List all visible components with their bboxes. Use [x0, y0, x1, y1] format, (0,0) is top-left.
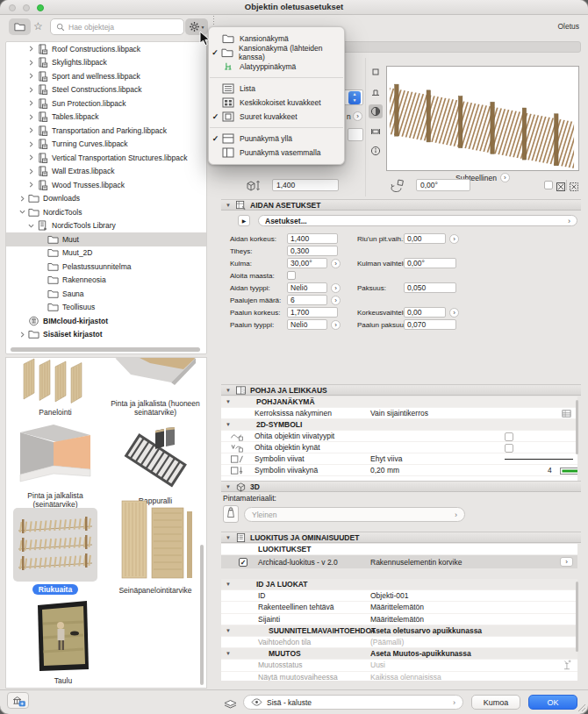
plan-row-ohita-objektin-viivatyypit[interactable]: Ohita objektin viivatyypit	[221, 431, 577, 442]
plan-row-checkbox[interactable]	[505, 432, 513, 441]
id-row-id[interactable]: IDObjekti-001	[221, 590, 577, 602]
param-stepper-icon[interactable]: ›	[331, 296, 341, 305]
chevron-down-icon[interactable]	[27, 223, 35, 229]
library-manager-button[interactable]	[7, 692, 29, 709]
thumbnail-sein-panelointitarvike[interactable]	[113, 497, 197, 582]
param-field-korkeusvaihtelu[interactable]: 0,00	[404, 307, 446, 318]
tree-item-pelastussuunnitelma[interactable]: Pelastussuunnitelma	[6, 260, 206, 274]
triangle-down-icon[interactable]: ▼	[225, 399, 232, 404]
param-field-riu-un-pit-vaih[interactable]: 0,00	[404, 233, 446, 244]
tree-item-teollisuus[interactable]: Teollisuus	[6, 301, 206, 315]
tree-item-turning-curves-libpack[interactable]: Turning Curves.libpack	[6, 138, 206, 152]
chevron-right-icon[interactable]	[27, 141, 35, 147]
chevron-right-icon[interactable]	[27, 73, 35, 79]
param-field-aidan-tyyppi[interactable]: Neliö	[287, 282, 327, 293]
tree-item-bimcloud-kirjastot[interactable]: BIMcloud-kirjastot	[6, 314, 206, 328]
layer-select[interactable]: Sisä - kaluste ›	[243, 695, 463, 710]
chevron-right-icon[interactable]	[18, 332, 26, 338]
chevron-right-icon[interactable]	[27, 154, 35, 161]
section-header-3d[interactable]: ▼ 3D	[221, 481, 581, 492]
param-field-kulman-vaihtelu[interactable]: 0,00°	[404, 258, 456, 268]
window-resize-grip[interactable]	[577, 703, 586, 712]
tree-item-nordictools[interactable]: NordicTools	[6, 205, 206, 219]
id-row-vaihtoehdon-tila[interactable]: Vaihtoehdon tila(Päämalli)	[221, 637, 577, 648]
tree-item-transportation-and-parking-libpack[interactable]: Transportation and Parking.libpack	[6, 124, 206, 138]
surface-material-button[interactable]	[223, 505, 239, 523]
thumbnails-scrollbar[interactable]	[200, 545, 204, 685]
thumbnail-pinta-ja-jalkalista-huoneen-sein-tarvike[interactable]	[113, 358, 197, 398]
object-height-field[interactable]: 1,400	[272, 179, 339, 191]
preview-mode-plan-view-icon[interactable]	[369, 85, 383, 99]
thumbnail-taulu[interactable]	[34, 599, 92, 673]
param-field-paalun-tyyppi[interactable]: Neliö	[287, 319, 327, 330]
thumbnail-rappuralli[interactable]	[113, 425, 197, 489]
tree-item-muut[interactable]: Muut	[6, 232, 206, 246]
id-row-rakenteellinen-teht-v[interactable]: Rakenteellinen tehtäväMäärittelemätön	[221, 602, 577, 613]
plan-row-symbolin-viivat[interactable]: Symbolin viivatEhyt viiva	[221, 453, 577, 465]
param-stepper-icon[interactable]: ›	[331, 259, 341, 268]
chevron-right-icon[interactable]	[27, 114, 35, 120]
preview-mode-section-view-icon[interactable]	[369, 125, 383, 139]
plan-row-pohjan-kym[interactable]: ▼POHJANÄKYMÄ	[221, 396, 577, 408]
search-input[interactable]: Hae objekteja	[50, 18, 184, 35]
chevron-right-icon[interactable]	[27, 87, 35, 93]
chevron-right-icon[interactable]	[27, 100, 35, 106]
ok-button[interactable]: OK	[528, 695, 577, 710]
id-row-suunnitelmavaihtoehdot[interactable]: ▼SUUNNITELMAVAIHTOEHDOTAseta oletusarvo …	[221, 625, 577, 637]
tree-item-skylights-libpack[interactable]: Skylights.libpack	[6, 56, 206, 70]
tree-item-muut-2d[interactable]: Muut_2D	[6, 246, 206, 261]
param-stepper-icon[interactable]: ›	[449, 308, 459, 318]
param-field-kulma[interactable]: 30,00°	[287, 258, 327, 268]
thumbnail-panelointi[interactable]	[13, 358, 97, 405]
preview-mode-view-3d-icon[interactable]	[369, 104, 383, 118]
param-field-tiheys[interactable]: 0,300	[287, 246, 338, 256]
plan-row-checkbox[interactable]	[505, 444, 513, 453]
window-close-button[interactable]	[9, 4, 16, 11]
tree-item-wood-trusses-libpack[interactable]: Wood Trusses.libpack	[6, 178, 206, 192]
stepper-control[interactable]: ▲▼	[348, 91, 361, 104]
collapse-triangle-icon[interactable]: ▼	[225, 203, 232, 208]
thumbnail-pinta-ja-jalkalista-sein-tarvike[interactable]	[13, 420, 97, 489]
plan-table-scrollbar[interactable]	[576, 400, 578, 454]
param-stepper-icon[interactable]: ›	[449, 234, 459, 244]
mirror-state-icon[interactable]	[556, 180, 566, 190]
menu-item-alatyyppin-kym[interactable]: Alatyyppinäkymä	[209, 60, 344, 74]
panel-splitter-handle[interactable]	[212, 15, 215, 25]
rotation-angle-field[interactable]: 0,00°	[416, 179, 470, 191]
chevron-right-icon[interactable]	[27, 46, 35, 52]
favorites-star-icon[interactable]: ☆	[33, 20, 43, 32]
tree-item-steel-constructions-libpack[interactable]: Steel Constructions.libpack	[6, 83, 206, 97]
classification-detail-button[interactable]: ›	[560, 557, 573, 567]
menu-item-puun-kym-vasemmalla[interactable]: Puunäkymä vasemmalla	[209, 146, 344, 160]
chevron-right-icon[interactable]	[27, 168, 35, 175]
classification-checkbox[interactable]: ✓	[239, 558, 247, 567]
collapse-triangle-icon[interactable]: ▼	[225, 388, 232, 393]
param-field-aidan-korkeus[interactable]: 1,400	[287, 233, 338, 244]
plan-row-kerroksissa-n-kyminen[interactable]: Kerroksissa näkyminenVain sijaintikerros	[221, 408, 577, 419]
tree-item-sauna[interactable]: Sauna	[6, 287, 206, 301]
chevron-right-icon[interactable]: ›	[500, 173, 510, 182]
window-minimize-button[interactable]	[23, 4, 30, 11]
tree-item-sis-iset-kirjastot[interactable]: Sisäiset kirjastot	[6, 328, 206, 342]
param-stepper-icon[interactable]: ›	[331, 320, 341, 330]
chevron-right-icon[interactable]	[18, 196, 26, 202]
tree-item-tables-libpack[interactable]: Tables.libpack	[6, 111, 206, 125]
param-stepper-icon[interactable]: ›	[331, 283, 341, 293]
id-row-muutos[interactable]: ▼MUUTOSAseta Muutos-apuikkunassa	[221, 648, 577, 660]
window-zoom-button[interactable]	[37, 4, 44, 11]
triangle-down-icon[interactable]: ▼	[225, 628, 232, 633]
triangle-down-icon[interactable]: ▼	[225, 582, 232, 587]
chevron-right-icon[interactable]: ›	[353, 111, 362, 121]
chevron-right-icon[interactable]	[27, 127, 35, 133]
param-field-paalujen-m-r[interactable]: 6	[287, 295, 327, 305]
collapse-triangle-icon[interactable]: ▼	[225, 535, 232, 540]
plan-row-2d-symboli[interactable]: ▼2D-SYMBOLI	[221, 419, 577, 431]
plan-row-symbolin-viivakyn[interactable]: Symbolin viivakynä0,20 mm4	[221, 465, 577, 476]
menu-item-kansion-kym-l-hteiden-kanssa[interactable]: ✓Kansionäkymä (lähteiden kanssa)	[209, 46, 344, 60]
section-header-plan-and-section[interactable]: ▼ POHJA JA LEIKKAUS	[221, 384, 581, 396]
folder-view-button[interactable]	[9, 18, 31, 35]
mirror-checkbox[interactable]	[544, 181, 553, 189]
tree-item-wall-extras-libpack[interactable]: Wall Extras.libpack	[6, 165, 206, 179]
pen-color-swatch[interactable]	[560, 468, 577, 475]
classification-row[interactable]: ✓ Archicad-luokitus - v 2.0 Rakennuselem…	[221, 555, 577, 568]
